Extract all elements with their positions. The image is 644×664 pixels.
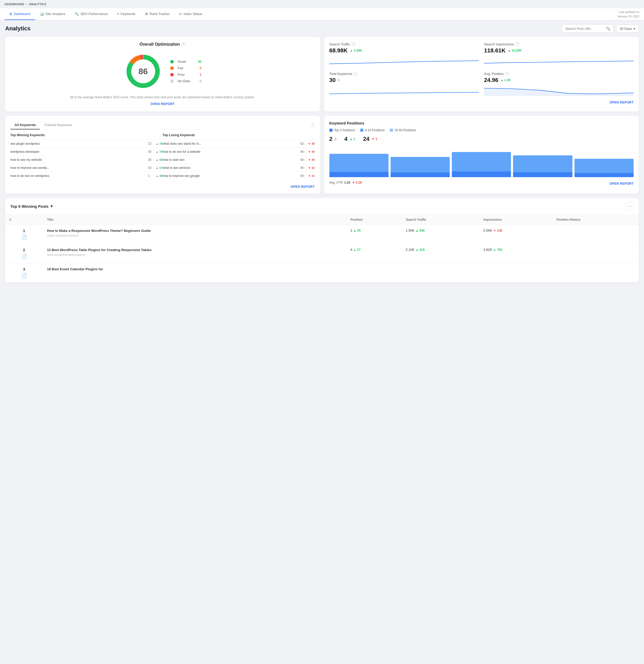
table-row: 1 📄 How to Make a Responsive WordPress T… [5, 225, 639, 244]
days-filter[interactable]: 30 Days ▾ [616, 25, 639, 33]
4to10-dot [360, 129, 363, 132]
bar-col-3 [452, 146, 511, 177]
search-stats-card: Search Traffic ? 68.98K ▲ 3.29K [324, 37, 639, 111]
post-traffic-3 [401, 263, 479, 283]
breadcrumb-current: ANALYTICS [29, 3, 46, 6]
kw-row-5: how to do seo on wordpress 1 ▲ 48 how to… [11, 172, 315, 180]
bar-col-2 [391, 146, 450, 177]
optimization-body: 86 Good 35 Fair 5 Poor [11, 52, 315, 91]
opt-open-report[interactable]: OPEN REPORT [150, 102, 174, 106]
bar-col-4 [513, 146, 572, 177]
search-input[interactable] [565, 27, 604, 30]
col-traffic: Search Traffic [401, 215, 479, 225]
poor-dot [170, 73, 173, 76]
tab-rank-tracker[interactable]: 🖥 Rank Tracker [140, 8, 174, 20]
doc-icon-3: 📄 [21, 273, 27, 278]
search-icon: 🔍 [606, 26, 610, 30]
stat-traffic: Search Traffic ? 68.98K ▲ 3.29K [329, 42, 479, 66]
kp-stat-10to50: 24 ▼ 1 [363, 136, 377, 142]
top-posts-card: Top 5 Winning Posts ▾ ⋯ # Title Position… [5, 198, 639, 283]
post-pos-1: 1 ▲ 35 [346, 225, 401, 244]
kw-row-2: wordpress developer 30 ▲ 70 how to do se… [11, 148, 315, 155]
keywords-info-icon[interactable]: ? [354, 71, 358, 76]
legend-nodata: No Data 0 [170, 79, 202, 83]
kp-title: Keyword Positions [329, 121, 634, 125]
breadcrumb: DASHBOARD / ANALYTICS [0, 0, 644, 8]
post-history-1 [553, 225, 639, 244]
kw-tab-all[interactable]: All Keywords [11, 121, 40, 129]
kp-footer: Avg. CTR 2.26 ▼ 0.28 OPEN REPORT [329, 180, 634, 185]
top3-dot [329, 129, 333, 132]
dashboard-icon: ⊞ [9, 12, 12, 16]
bar-chart [329, 146, 634, 177]
tab-list: ⊞ Dashboard 📊 Site Analytics 🔍 SEO Perfo… [5, 8, 617, 20]
avg-pos-info-icon[interactable]: ? [505, 71, 509, 76]
kp-stat-4to10: 4 ▲ 1 [345, 136, 355, 142]
kp-ctr: Avg. CTR 2.26 ▼ 0.28 [329, 181, 362, 184]
search-box[interactable]: 🔍 [562, 24, 614, 33]
post-traffic-2: 2.10K ▲ 415 [401, 244, 479, 263]
col-title: Title [43, 215, 346, 225]
optimization-card: Overall Optimization ? [5, 37, 320, 111]
kp-open-report[interactable]: OPEN REPORT [609, 182, 633, 185]
post-pos-2: 4 ▲ 27 [346, 244, 401, 263]
tab-seo-performance[interactable]: 🔍 SEO Performance [70, 8, 112, 20]
kw-row-3: how to seo my website 35 ▲ 65 how to sta… [11, 155, 315, 164]
traffic-info-icon[interactable]: ? [351, 42, 355, 46]
posts-title[interactable]: Top 5 Winning Posts ▾ [11, 204, 53, 209]
impressions-chart [484, 56, 633, 66]
col-num: # [5, 215, 43, 225]
stats-open-report[interactable]: OPEN REPORT [609, 101, 633, 104]
page-header: Analytics 🔍 30 Days ▾ [0, 20, 644, 37]
chevron-down-icon: ▾ [50, 204, 53, 209]
post-title-cell-2: 12 Best WordPress Table Plugins for Crea… [43, 244, 346, 263]
donut-chart: 86 [124, 52, 163, 91]
tab-site-analytics[interactable]: 📊 Site Analytics [35, 8, 70, 20]
kp-stat-top3: 2 0 [329, 136, 337, 142]
post-title-cell-1: How to Make a Responsive WordPress Theme… [43, 225, 346, 244]
traffic-chart [329, 56, 479, 66]
tab-index-status[interactable]: ⊙ Index Status [174, 8, 207, 20]
col-history: Position History [553, 215, 639, 225]
kp-legend: Top 3 Positions 4-10 Positions 10-50 Pos… [329, 128, 634, 132]
post-history-2 [553, 244, 639, 263]
post-title-cell-3: 18 Best Event Calendar Plugins for [43, 263, 346, 283]
kw-info-icon[interactable]: ? [311, 123, 315, 127]
optimization-score: 86 [139, 67, 148, 76]
kw-footer: OPEN REPORT [11, 183, 315, 189]
impressions-info-icon[interactable]: ? [515, 42, 519, 46]
col-impressions: Impressions [479, 215, 553, 225]
posts-menu-button[interactable]: ⋯ [625, 202, 633, 210]
post-traffic-1: 1.95K ▲ 346 [401, 225, 479, 244]
kw-tab-tracked[interactable]: Tracked Keywords [40, 121, 76, 129]
question-icon[interactable]: ? [182, 42, 186, 46]
stat-avg-position: Avg. Position ? 24.96 ▲ 1.35 [484, 71, 633, 96]
table-row: 2 📄 12 Best WordPress Table Plugins for … [5, 244, 639, 263]
kp-legend-top3: Top 3 Positions [329, 128, 355, 132]
chart-icon: 📊 [40, 12, 44, 16]
keywords-card: All Keywords Tracked Keywords ? Top Winn… [5, 116, 320, 194]
posts-table-head: # Title Position Search Traffic Impressi… [5, 215, 639, 225]
avg-pos-chart [484, 86, 633, 96]
tab-keywords[interactable]: ≡ Keywords [112, 8, 140, 20]
doc-icon-2: 📄 [21, 254, 27, 260]
doc-icon: 📄 [21, 234, 27, 240]
kw-tabs: All Keywords Tracked Keywords ? [11, 121, 315, 130]
col-position: Position [346, 215, 401, 225]
optimization-legend: Good 35 Fair 5 Poor 1 N [170, 60, 202, 83]
last-updated: Last updated on January 20, 2023 [617, 10, 639, 18]
post-num-1: 1 📄 [9, 229, 39, 240]
tab-dashboard[interactable]: ⊞ Dashboard [5, 8, 35, 20]
stat-total-keywords: Total Keywords ? 30 0 [329, 71, 479, 96]
kw-row-4: how to improve seo wordp... 43 ▲ 57 what… [11, 164, 315, 172]
index-icon: ⊙ [179, 12, 182, 16]
post-history-3 [553, 263, 639, 283]
breadcrumb-parent[interactable]: DASHBOARD [5, 3, 24, 6]
optimization-title: Overall Optimization ? [140, 42, 186, 47]
kw-open-report[interactable]: OPEN REPORT [291, 185, 315, 189]
seo-icon: 🔍 [75, 12, 79, 16]
bar-col-5 [575, 146, 633, 177]
kw-row-1: seo plugin wordpress 22 ▲ 78 what does s… [11, 140, 315, 148]
keywords-icon: ≡ [117, 12, 119, 16]
kp-legend-10to50: 10-50 Positions [390, 128, 416, 132]
